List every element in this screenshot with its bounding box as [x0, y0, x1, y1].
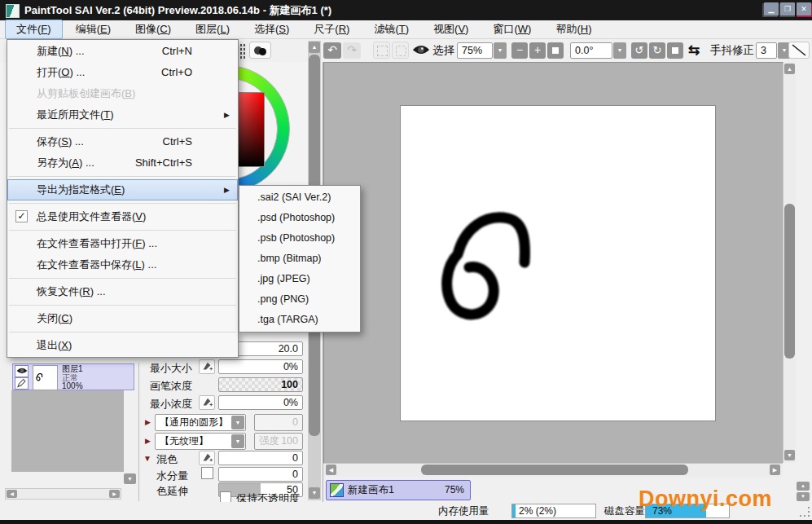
submenu-item-psb[interactable]: .psb (Photoshop)	[239, 228, 360, 249]
menu-item-save-as[interactable]: 另存为(A) ... Shift+Ctrl+S	[7, 152, 238, 174]
menu-item-open-in-file-viewer[interactable]: 在文件查看器中打开(F) ...	[7, 233, 238, 254]
brush-shape-select[interactable]: 【通用的圆形】 ▼	[155, 414, 246, 431]
layer-scroll-down-button[interactable]: ▼	[124, 473, 136, 484]
scroll-up-button[interactable]: ▲	[309, 42, 320, 53]
document-tab[interactable]: 新建画布1 75%	[326, 480, 471, 500]
canvas-scroll-up-button[interactable]: ▲	[784, 64, 795, 74]
memory-usage-field: 2% (2%)	[511, 504, 596, 518]
invert-selection-button[interactable]	[392, 42, 409, 59]
layer-scroll-right-button[interactable]: ▶	[109, 490, 120, 498]
menu-item-label: 在文件查看器中保存(L) ...	[37, 258, 156, 271]
expand-triangle-icon[interactable]: ▶	[145, 418, 151, 426]
menu-separator	[9, 278, 236, 279]
menu-file[interactable]: 文件(F)	[5, 20, 63, 39]
min-size-field[interactable]: 0%	[218, 359, 303, 374]
layer-thumbnail[interactable]	[33, 365, 58, 390]
tab-scroll-down-button[interactable]: ▼	[797, 492, 810, 501]
blend-field[interactable]: 0	[218, 451, 303, 465]
color-mixer-button[interactable]	[249, 42, 271, 59]
canvas-scroll-down-button[interactable]: ▼	[784, 450, 795, 460]
menu-item-recover-file[interactable]: 恢复文件(R) ...	[7, 281, 238, 302]
menu-filter[interactable]: 滤镜(T)	[362, 20, 420, 39]
persistence-label: 色延伸	[156, 484, 188, 499]
zoom-out-button[interactable]: −	[511, 42, 528, 59]
flip-horizontal-icon[interactable]: ⇆	[688, 42, 700, 59]
menu-item-exit[interactable]: 退出(X)	[7, 335, 238, 356]
chevron-down-icon[interactable]: ▼	[231, 416, 244, 429]
menu-item-label: 总是使用文件查看器(V)	[37, 210, 146, 222]
mdi-close-button[interactable]: ✕	[797, 2, 811, 15]
memory-usage-value: 2% (2%)	[519, 504, 556, 517]
rotate-cw-button[interactable]: ↻	[649, 42, 665, 59]
angle-combo[interactable]: 0.0°	[570, 42, 612, 59]
zoom-reset-button[interactable]	[547, 42, 564, 59]
zoom-in-button[interactable]: +	[529, 42, 546, 59]
dilution-field[interactable]: 0	[218, 467, 303, 482]
deselect-button[interactable]	[373, 42, 390, 59]
submenu-item-psd[interactable]: .psd (Photoshop)	[239, 208, 360, 228]
menu-help[interactable]: 帮助(H)	[544, 20, 603, 39]
collapse-triangle-icon[interactable]: ▼	[143, 454, 151, 463]
scroll-down-button[interactable]: ▼	[309, 487, 320, 499]
mdi-restore-button[interactable]: ❐	[780, 2, 795, 15]
menu-view[interactable]: 视图(V)	[422, 20, 480, 39]
menu-select[interactable]: 选择(S)	[243, 20, 301, 39]
menu-item-label: 退出(X)	[37, 339, 72, 351]
angle-dropdown-button[interactable]: ▼	[613, 42, 626, 59]
expand-triangle-icon[interactable]: ▶	[145, 437, 151, 445]
document-thumbnail-icon	[330, 483, 344, 497]
submenu-item-sai2[interactable]: .sai2 (SAI Ver.2)	[239, 187, 360, 208]
min-size-dynamics-button[interactable]	[199, 359, 215, 374]
layer-h-scrollbar[interactable]	[5, 488, 121, 500]
menu-edit[interactable]: 编辑(E)	[64, 20, 122, 39]
panel-drag-handle-icon[interactable]	[239, 43, 246, 59]
layer-scroll-left-button[interactable]: ◀	[7, 490, 17, 498]
layer-row-selected[interactable]: 图层1 正常 100%	[12, 363, 134, 390]
submenu-item-tga[interactable]: .tga (TARGA)	[239, 310, 360, 330]
min-density-dynamics-button[interactable]	[199, 395, 215, 410]
submenu-item-png[interactable]: .png (PNG)	[239, 289, 360, 310]
tab-scroll-up-button[interactable]: ▲	[797, 482, 810, 491]
canvas-scroll-left-button[interactable]: ◀	[326, 465, 336, 475]
menu-image[interactable]: 图像(C)	[124, 20, 182, 39]
menu-item-save[interactable]: 保存(S) ... Ctrl+S	[7, 131, 238, 152]
menu-item-close[interactable]: 关闭(C)	[7, 308, 238, 329]
show-selection-button[interactable]	[411, 43, 431, 58]
submenu-item-bmp[interactable]: .bmp (Bitmap)	[239, 249, 360, 269]
undo-button[interactable]: ↶	[323, 42, 341, 59]
menu-item-recent-files[interactable]: 最近所用文件(T) ▶	[7, 104, 238, 125]
keep-opacity-checkbox[interactable]	[220, 491, 231, 503]
menu-item-always-use-file-viewer[interactable]: ✓ 总是使用文件查看器(V)	[7, 206, 238, 227]
dilution-checkbox[interactable]	[201, 467, 213, 479]
canvas-scroll-right-button[interactable]: ▶	[770, 465, 780, 475]
pen-pressure-icon	[200, 396, 213, 407]
texture-select[interactable]: 【无纹理】 ▼	[155, 433, 246, 450]
mdi-minimize-button[interactable]: ▁	[764, 2, 779, 15]
menu-item-open[interactable]: 打开(O) ... Ctrl+O	[7, 62, 238, 83]
menu-ruler[interactable]: 尺子(R)	[302, 20, 361, 39]
density-slider[interactable]: 100	[218, 377, 303, 392]
zoom-combo[interactable]: 75%	[457, 42, 493, 59]
menu-item-save-in-file-viewer[interactable]: 在文件查看器中保存(L) ...	[7, 254, 238, 275]
zoom-dropdown-button[interactable]: ▼	[494, 42, 507, 59]
rotate-ccw-button[interactable]: ↺	[631, 42, 647, 59]
chevron-down-icon[interactable]: ▼	[231, 434, 244, 448]
menu-item-label: 恢复文件(R) ...	[37, 285, 106, 297]
menu-layer[interactable]: 图层(L)	[184, 20, 241, 39]
min-density-field[interactable]: 0%	[218, 395, 303, 410]
resize-grip[interactable]	[800, 507, 811, 518]
canvas-v-scrollbar-thumb[interactable]	[784, 204, 795, 359]
menu-item-export-as[interactable]: 导出为指定格式(E) ▶	[7, 179, 238, 200]
canvas-paper[interactable]	[401, 106, 715, 421]
canvas-h-scrollbar-thumb[interactable]	[421, 465, 688, 475]
menu-window[interactable]: 窗口(W)	[481, 20, 542, 39]
stabilizer-combo[interactable]: 3	[756, 42, 777, 59]
layer-visibility-toggle[interactable]	[15, 365, 29, 377]
stroke-style-button[interactable]	[788, 42, 810, 59]
menu-item-new[interactable]: 新建(N) ... Ctrl+N	[7, 41, 238, 62]
rotate-reset-button[interactable]	[667, 42, 683, 59]
submenu-item-jpg[interactable]: .jpg (JPEG)	[239, 269, 360, 289]
blend-dynamics-button[interactable]	[199, 451, 215, 465]
redo-button[interactable]: ↷	[343, 42, 361, 59]
menu-item-label: 关闭(C)	[37, 312, 72, 324]
